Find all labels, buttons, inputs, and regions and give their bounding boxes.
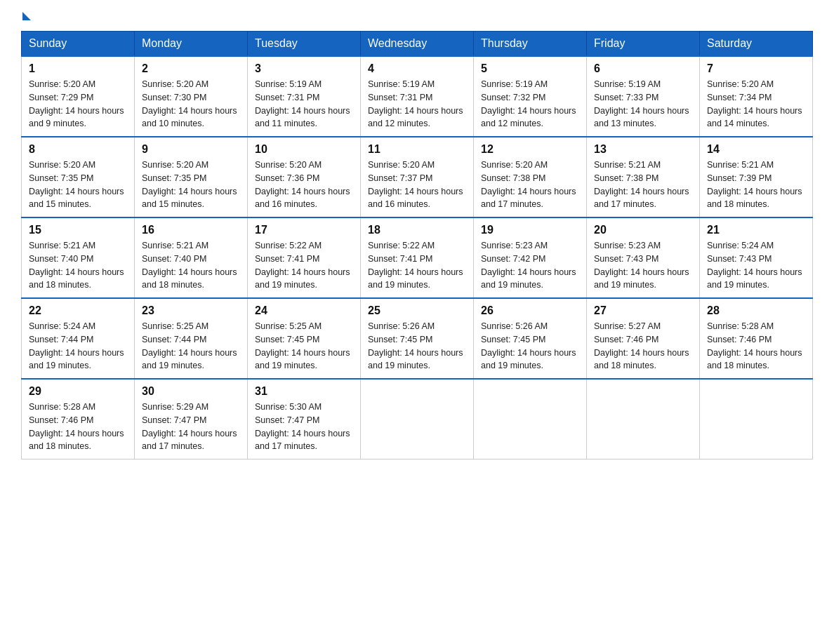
sunset-label: Sunset: 7:45 PM: [255, 335, 319, 344]
daylight-label: Daylight: 14 hours hoursand 19 minutes.: [707, 267, 802, 290]
daylight-label: Daylight: 14 hours hoursand 17 minutes.: [594, 187, 689, 210]
day-number: 19: [481, 224, 579, 236]
day-number: 5: [481, 62, 579, 75]
sunset-label: Sunset: 7:40 PM: [29, 254, 93, 264]
calendar-cell: 24 Sunrise: 5:25 AM Sunset: 7:45 PM Dayl…: [248, 298, 361, 379]
day-info: Sunrise: 5:19 AM Sunset: 7:31 PM Dayligh…: [368, 78, 466, 130]
daylight-label: Daylight: 14 hours hoursand 15 minutes.: [29, 187, 124, 210]
calendar-cell: 27 Sunrise: 5:27 AM Sunset: 7:46 PM Dayl…: [587, 298, 700, 379]
daylight-label: Daylight: 14 hours hoursand 18 minutes.: [594, 348, 689, 371]
calendar-day-header: Sunday: [22, 32, 135, 57]
sunset-label: Sunset: 7:43 PM: [594, 254, 658, 264]
sunset-label: Sunset: 7:46 PM: [594, 335, 658, 344]
day-number: 28: [707, 304, 805, 317]
calendar-day-header: Wednesday: [361, 32, 474, 57]
calendar-cell: 15 Sunrise: 5:21 AM Sunset: 7:40 PM Dayl…: [22, 217, 135, 298]
daylight-label: Daylight: 14 hours hoursand 19 minutes.: [481, 348, 576, 371]
sunrise-label: Sunrise: 5:19 AM: [368, 79, 435, 89]
day-number: 31: [255, 385, 353, 398]
sunset-label: Sunset: 7:44 PM: [29, 335, 93, 344]
calendar-cell: [361, 379, 474, 459]
day-info: Sunrise: 5:20 AM Sunset: 7:36 PM Dayligh…: [255, 159, 353, 211]
day-number: 9: [142, 143, 240, 156]
day-number: 20: [594, 224, 692, 236]
day-number: 14: [707, 143, 805, 156]
calendar-cell: 3 Sunrise: 5:19 AM Sunset: 7:31 PM Dayli…: [248, 56, 361, 137]
sunrise-label: Sunrise: 5:20 AM: [368, 160, 435, 170]
day-info: Sunrise: 5:20 AM Sunset: 7:29 PM Dayligh…: [29, 78, 127, 130]
sunrise-label: Sunrise: 5:20 AM: [142, 160, 208, 170]
day-number: 18: [368, 224, 466, 236]
logo: [21, 14, 31, 22]
calendar-day-header: Monday: [135, 32, 248, 57]
daylight-label: Daylight: 14 hours hoursand 10 minutes.: [142, 106, 237, 129]
sunrise-label: Sunrise: 5:30 AM: [255, 402, 322, 412]
sunrise-label: Sunrise: 5:19 AM: [481, 79, 548, 89]
sunrise-label: Sunrise: 5:20 AM: [29, 79, 95, 89]
day-info: Sunrise: 5:24 AM Sunset: 7:44 PM Dayligh…: [29, 320, 127, 373]
daylight-label: Daylight: 14 hours hoursand 18 minutes.: [29, 267, 124, 290]
day-info: Sunrise: 5:24 AM Sunset: 7:43 PM Dayligh…: [707, 239, 805, 292]
day-info: Sunrise: 5:20 AM Sunset: 7:35 PM Dayligh…: [142, 159, 240, 211]
sunset-label: Sunset: 7:31 PM: [368, 93, 432, 102]
sunrise-label: Sunrise: 5:20 AM: [29, 160, 95, 170]
calendar-day-header: Thursday: [474, 32, 587, 57]
day-number: 10: [255, 143, 353, 156]
sunrise-label: Sunrise: 5:22 AM: [255, 241, 322, 250]
calendar-cell: 14 Sunrise: 5:21 AM Sunset: 7:39 PM Dayl…: [700, 137, 813, 217]
sunset-label: Sunset: 7:45 PM: [481, 335, 545, 344]
sunrise-label: Sunrise: 5:29 AM: [142, 402, 208, 412]
daylight-label: Daylight: 14 hours hoursand 19 minutes.: [255, 267, 350, 290]
day-number: 17: [255, 224, 353, 236]
sunrise-label: Sunrise: 5:20 AM: [481, 160, 548, 170]
sunset-label: Sunset: 7:38 PM: [594, 173, 658, 183]
daylight-label: Daylight: 14 hours hoursand 15 minutes.: [142, 187, 237, 210]
day-info: Sunrise: 5:26 AM Sunset: 7:45 PM Dayligh…: [368, 320, 466, 373]
calendar-cell: 23 Sunrise: 5:25 AM Sunset: 7:44 PM Dayl…: [135, 298, 248, 379]
calendar-cell: 21 Sunrise: 5:24 AM Sunset: 7:43 PM Dayl…: [700, 217, 813, 298]
sunset-label: Sunset: 7:39 PM: [707, 173, 772, 183]
day-info: Sunrise: 5:20 AM Sunset: 7:34 PM Dayligh…: [707, 78, 805, 130]
calendar-cell: [474, 379, 587, 459]
day-info: Sunrise: 5:21 AM Sunset: 7:38 PM Dayligh…: [594, 159, 692, 211]
calendar-cell: 17 Sunrise: 5:22 AM Sunset: 7:41 PM Dayl…: [248, 217, 361, 298]
sunset-label: Sunset: 7:46 PM: [29, 415, 93, 425]
sunrise-label: Sunrise: 5:23 AM: [594, 241, 661, 250]
sunrise-label: Sunrise: 5:27 AM: [594, 321, 661, 331]
calendar-day-header: Tuesday: [248, 32, 361, 57]
daylight-label: Daylight: 14 hours hoursand 16 minutes.: [255, 187, 350, 210]
sunrise-label: Sunrise: 5:21 AM: [142, 241, 208, 250]
sunset-label: Sunset: 7:35 PM: [29, 173, 93, 183]
day-number: 25: [368, 304, 466, 317]
day-info: Sunrise: 5:28 AM Sunset: 7:46 PM Dayligh…: [707, 320, 805, 373]
day-info: Sunrise: 5:25 AM Sunset: 7:44 PM Dayligh…: [142, 320, 240, 373]
day-info: Sunrise: 5:19 AM Sunset: 7:32 PM Dayligh…: [481, 78, 579, 130]
daylight-label: Daylight: 14 hours hoursand 19 minutes.: [255, 348, 350, 371]
daylight-label: Daylight: 14 hours hoursand 19 minutes.: [142, 348, 237, 371]
daylight-label: Daylight: 14 hours hoursand 19 minutes.: [481, 267, 576, 290]
sunrise-label: Sunrise: 5:25 AM: [142, 321, 208, 331]
sunrise-label: Sunrise: 5:21 AM: [594, 160, 661, 170]
calendar-cell: 19 Sunrise: 5:23 AM Sunset: 7:42 PM Dayl…: [474, 217, 587, 298]
calendar-cell: 1 Sunrise: 5:20 AM Sunset: 7:29 PM Dayli…: [22, 56, 135, 137]
sunset-label: Sunset: 7:30 PM: [142, 93, 206, 102]
calendar-cell: 13 Sunrise: 5:21 AM Sunset: 7:38 PM Dayl…: [587, 137, 700, 217]
day-number: 12: [481, 143, 579, 156]
calendar-cell: 18 Sunrise: 5:22 AM Sunset: 7:41 PM Dayl…: [361, 217, 474, 298]
sunset-label: Sunset: 7:45 PM: [368, 335, 432, 344]
sunset-label: Sunset: 7:29 PM: [29, 93, 93, 102]
sunset-label: Sunset: 7:41 PM: [255, 254, 319, 264]
calendar-cell: 16 Sunrise: 5:21 AM Sunset: 7:40 PM Dayl…: [135, 217, 248, 298]
sunrise-label: Sunrise: 5:24 AM: [29, 321, 95, 331]
page-header: [21, 14, 813, 22]
calendar-cell: 25 Sunrise: 5:26 AM Sunset: 7:45 PM Dayl…: [361, 298, 474, 379]
calendar-cell: 9 Sunrise: 5:20 AM Sunset: 7:35 PM Dayli…: [135, 137, 248, 217]
calendar-cell: 31 Sunrise: 5:30 AM Sunset: 7:47 PM Dayl…: [248, 379, 361, 459]
day-number: 23: [142, 304, 240, 317]
sunrise-label: Sunrise: 5:20 AM: [707, 79, 774, 89]
calendar-cell: 11 Sunrise: 5:20 AM Sunset: 7:37 PM Dayl…: [361, 137, 474, 217]
calendar-cell: 29 Sunrise: 5:28 AM Sunset: 7:46 PM Dayl…: [22, 379, 135, 459]
day-info: Sunrise: 5:22 AM Sunset: 7:41 PM Dayligh…: [368, 239, 466, 292]
day-info: Sunrise: 5:26 AM Sunset: 7:45 PM Dayligh…: [481, 320, 579, 373]
day-info: Sunrise: 5:22 AM Sunset: 7:41 PM Dayligh…: [255, 239, 353, 292]
